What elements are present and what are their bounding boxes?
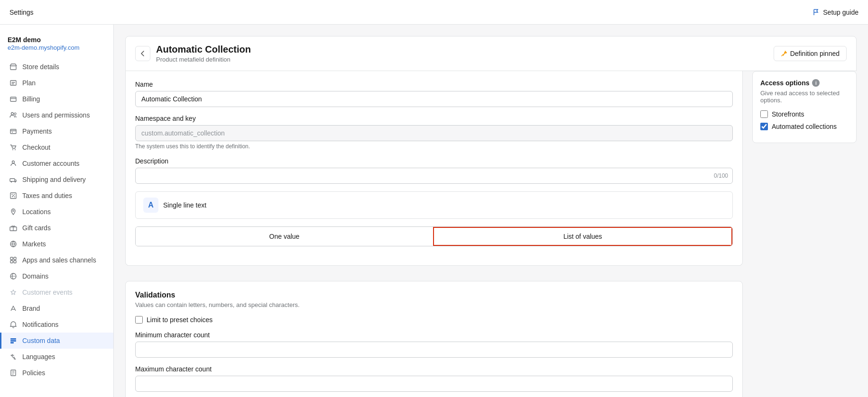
sidebar-item-custom-data[interactable]: Custom data [0,333,113,349]
one-value-button[interactable]: One value [136,227,433,246]
sidebar-item-label: Payments [22,127,52,135]
main-layout: E2M demo e2m-demo.myshopify.com Store de… [0,25,868,397]
automated-checkbox[interactable] [760,123,768,130]
definition-pinned-button[interactable]: Definition pinned [774,46,847,61]
sidebar-item-checkout[interactable]: Checkout [0,139,113,155]
page-header-left: Automatic Collection Product metafield d… [135,44,251,63]
users-icon [9,111,18,119]
languages-icon [9,352,18,361]
sidebar-item-users[interactable]: Users and permissions [0,107,113,123]
description-group: Description 0/100 [135,157,733,184]
sidebar-item-label: Users and permissions [22,111,90,119]
sidebar-item-customer-accounts[interactable]: Customer accounts [0,155,113,171]
page-header: Automatic Collection Product metafield d… [125,36,857,71]
info-icon[interactable]: i [812,79,820,87]
topbar-title: Settings [9,9,34,16]
sidebar-item-notifications[interactable]: Notifications [0,316,113,333]
validations-card: Validations Values can contain letters, … [125,281,743,397]
access-card: Access options i Give read access to sel… [752,71,857,143]
sidebar-item-plan[interactable]: Plan [0,75,113,91]
sidebar: E2M demo e2m-demo.myshopify.com Store de… [0,25,114,397]
apps-icon [9,256,18,264]
svg-rect-17 [14,257,16,260]
setup-guide-button[interactable]: Setup guide [813,9,859,16]
sidebar-item-label: Gift cards [22,224,51,232]
description-counter: 0/100 [714,172,728,179]
svg-point-3 [11,113,14,115]
sidebar-item-billing[interactable]: Billing [0,91,113,107]
brand-icon [9,304,18,313]
svg-point-10 [11,181,12,182]
name-group: Name [135,81,733,107]
sidebar-item-apps[interactable]: Apps and sales channels [0,252,113,268]
payments-icon [9,127,18,135]
min-char-label: Minimum character count [135,331,733,339]
sidebar-item-label: Apps and sales channels [22,256,96,264]
markets-icon [9,240,18,248]
svg-point-4 [14,113,16,115]
svg-point-6 [12,149,13,150]
sidebar-item-payments[interactable]: Payments [0,123,113,139]
access-subtitle: Give read access to selected options. [760,90,849,104]
automated-label: Automated collections [772,123,837,130]
plan-icon [9,79,18,87]
min-char-group: Minimum character count [135,331,733,358]
limit-checkbox[interactable] [135,316,143,324]
automated-collections-option: Automated collections [760,123,849,130]
limit-checkbox-row: Limit to preset choices [135,316,733,324]
sidebar-item-label: Customer events [22,289,73,296]
notifications-icon [9,320,18,329]
max-char-label: Maximum character count [135,365,733,373]
sidebar-item-policies[interactable]: Policies [0,365,113,381]
sidebar-item-locations[interactable]: Locations [0,204,113,220]
sidebar-item-label: Shipping and delivery [22,176,86,183]
page-subtitle: Product metafield definition [156,56,251,63]
back-button[interactable] [135,46,150,61]
policies-icon [9,369,18,377]
description-wrapper: 0/100 [135,168,733,184]
sidebar-store: E2M demo e2m-demo.myshopify.com [0,32,113,59]
name-input[interactable] [135,91,733,107]
sidebar-item-domains[interactable]: Domains [0,268,113,284]
description-input[interactable] [135,168,733,184]
min-char-input[interactable] [135,342,733,358]
validations-subtitle: Values can contain letters, numbers, and… [135,301,733,308]
domains-icon [9,272,18,280]
namespace-input[interactable] [135,125,733,141]
sidebar-item-label: Customer accounts [22,160,80,167]
sidebar-item-gift-cards[interactable]: Gift cards [0,220,113,236]
sidebar-item-label: Custom data [22,337,60,344]
sidebar-item-label: Store details [22,63,59,71]
sidebar-item-taxes[interactable]: Taxes and duties [0,188,113,204]
max-char-input[interactable] [135,376,733,392]
list-of-values-button[interactable]: List of values [433,227,732,246]
sidebar-nav: Store details Plan Billing Users and per… [0,59,113,381]
customer-accounts-icon [9,159,18,168]
svg-point-13 [13,210,14,212]
content-area: Automatic Collection Product metafield d… [114,25,868,397]
locations-icon [9,208,18,216]
access-title: Access options i [760,79,849,87]
page-title: Automatic Collection [156,44,251,55]
store-icon [9,63,18,71]
sidebar-item-brand[interactable]: Brand [0,300,113,316]
sidebar-item-store-details[interactable]: Store details [0,59,113,75]
svg-rect-9 [10,179,15,181]
storefronts-checkbox[interactable] [760,110,768,118]
body-row: Name Namespace and key The system uses t… [125,71,857,397]
type-selector[interactable]: A Single line text [135,191,733,219]
svg-rect-16 [10,257,13,260]
svg-point-11 [15,181,16,182]
svg-rect-18 [10,261,13,263]
storefronts-option: Storefronts [760,110,849,118]
sidebar-item-shipping[interactable]: Shipping and delivery [0,171,113,188]
sidebar-item-languages[interactable]: Languages [0,349,113,365]
svg-rect-5 [10,129,16,134]
pin-icon [781,50,787,57]
store-url[interactable]: e2m-demo.myshopify.com [8,44,79,51]
sidebar-item-label: Markets [22,240,46,248]
flag-icon [813,9,820,16]
max-char-group: Maximum character count [135,365,733,392]
sidebar-item-markets[interactable]: Markets [0,236,113,252]
storefronts-label: Storefronts [772,110,804,118]
